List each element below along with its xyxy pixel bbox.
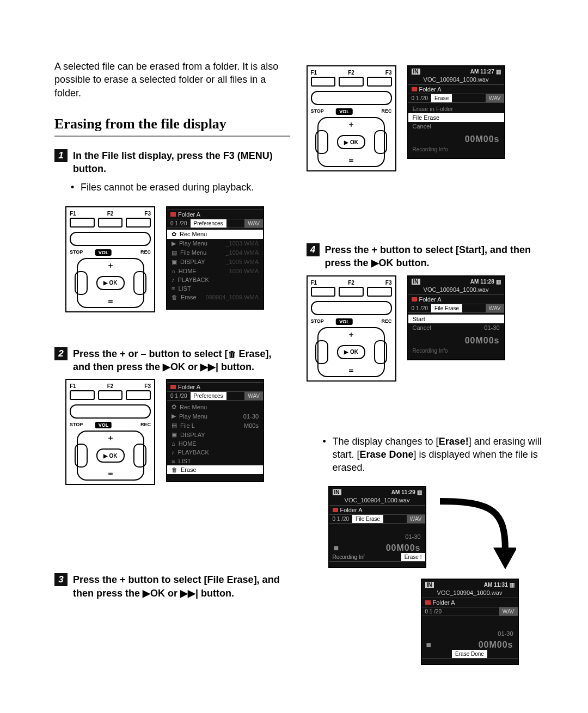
step-1-number: 1 xyxy=(54,149,68,162)
highlight-circle-plus xyxy=(307,171,323,188)
step-2: 2 Press the + or – button to select [🗑 E… xyxy=(54,347,290,374)
recorder-diagram-4: F1F2F3 STOPVOLREC ＋ ＝ ▶ OK xyxy=(307,275,396,419)
step-3: 3 Press the + button to select [File Era… xyxy=(54,573,290,600)
intro-text: A selected file can be erased from a fol… xyxy=(54,60,290,100)
step-2-number: 2 xyxy=(54,347,68,360)
step-3-number: 3 xyxy=(54,573,68,586)
rec-label: REC xyxy=(140,249,151,256)
screen-erasing: INAM 11:29 ▥ VOC_100904_1000.wav Folder … xyxy=(328,486,426,568)
arrow-icon xyxy=(434,496,516,572)
stop-label: STOP xyxy=(70,249,83,256)
highlight-circle-ok xyxy=(307,188,327,208)
screen-start-cancel: INAM 11:28 ▥ VOC_100904_1000.wav Folder … xyxy=(407,275,505,360)
screen-erase-done: INAM 11:31 ▥ VOC_100904_1000.wav Folder … xyxy=(421,579,519,665)
highlight-circle-ok xyxy=(65,518,86,538)
highlight-circle-ok xyxy=(307,398,327,419)
step-4-bullet: The display changes to [Erase!] and eras… xyxy=(323,435,542,475)
vol-label: VOL xyxy=(95,249,112,256)
step-1-bullet: Files cannot be erased during playback. xyxy=(71,181,290,194)
trash-icon: 🗑 xyxy=(228,349,236,359)
step-3-text-b: File Erase xyxy=(207,574,254,585)
f1-label: F1 xyxy=(70,211,76,217)
recorder-diagram-1: F1 F2 F3 STOP VOL REC ＋ xyxy=(65,206,155,331)
screen-preferences-2: Folder A 0 1 /20PreferencesWAV ✿Rec Menu… xyxy=(166,379,264,482)
highlight-circle-plus xyxy=(65,485,82,501)
recorder-diagram-2: F1F2F3 STOPVOLREC ＋ ＝ ▶ OK xyxy=(65,379,155,557)
screen-erase-menu: INAM 11:27 ▥ VOC_100904_1000.wav Folder … xyxy=(407,65,505,159)
highlight-circle-f3 xyxy=(65,312,84,331)
step-4-number: 4 xyxy=(307,243,320,256)
step-2-text-a: Press the + or – button to select [ xyxy=(73,348,228,359)
step-1: 1 In the File list display, press the F3… xyxy=(54,149,290,176)
f2-label: F2 xyxy=(107,211,114,217)
step-4-text-a: Press the + button to select [ xyxy=(325,244,460,255)
screen-preferences-1: Folder A 0 1 /20PreferencesWAV ✿Rec Menu… xyxy=(166,206,264,310)
f3-label: F3 xyxy=(144,211,151,217)
recorder-diagram-3: F1F2F3 STOPVOLREC ＋ ＝ ▶ OK xyxy=(307,65,396,227)
highlight-circle-fwd xyxy=(307,208,325,227)
step-3-text-a: Press the + button to select [ xyxy=(73,574,207,585)
highlight-circle-plus xyxy=(307,382,323,398)
step-4-text-b: Start xyxy=(459,244,481,255)
minus-button: ＝ xyxy=(103,298,118,306)
highlight-circle-fwd xyxy=(65,538,84,557)
section-title: Erasing from the file display xyxy=(54,116,290,137)
plus-button: ＋ xyxy=(103,262,118,270)
step-4: 4 Press the + button to select [Start], … xyxy=(307,243,542,270)
ok-button: ▶ OK xyxy=(96,276,125,290)
step-1-text-a: In the File list display, press the xyxy=(73,150,223,161)
highlight-circle-minus xyxy=(65,501,82,518)
svg-marker-0 xyxy=(493,548,516,569)
